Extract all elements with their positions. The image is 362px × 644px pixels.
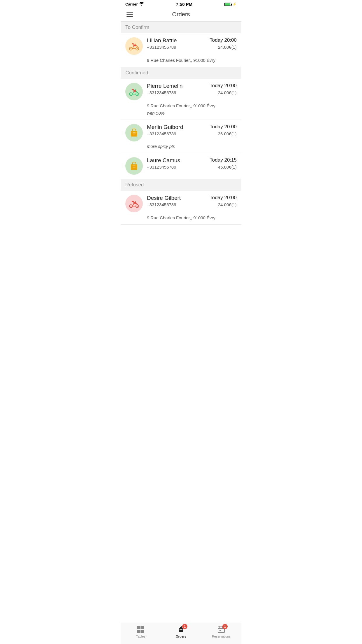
svg-point-9 <box>137 94 138 94</box>
avatar <box>125 195 143 212</box>
svg-rect-17 <box>133 167 136 167</box>
status-time: 7:50 PM <box>176 2 192 7</box>
status-right: ⚡ <box>224 2 237 6</box>
svg-point-2 <box>131 48 131 49</box>
bolt-icon: ⚡ <box>233 2 237 6</box>
order-address: 9 Rue Charles Fourier,, 91000 Évry <box>125 58 237 63</box>
carrier-text: Carrier <box>125 2 138 6</box>
order-time: Today 20:15 <box>210 157 237 163</box>
order-address: 9 Rue Charles Fourier,, 91000 Évry <box>125 103 237 108</box>
order-name: Desire Gilbert <box>147 195 181 201</box>
orders-list: To Confirm <box>121 22 241 248</box>
order-time: Today 20:00 <box>210 195 237 201</box>
order-name: Pierre Lemelin <box>147 83 183 89</box>
order-item[interactable]: Merlin Guibord Today 20:00 +33123456789 … <box>121 120 241 153</box>
svg-rect-22 <box>132 201 134 202</box>
order-note: more spicy pls <box>125 144 237 149</box>
order-phone: +33123456789 <box>147 131 176 136</box>
avatar <box>125 157 143 175</box>
order-address: 9 Rue Charles Fourier,, 91000 Évry <box>125 215 237 220</box>
section-confirmed: Confirmed <box>121 67 241 79</box>
svg-rect-23 <box>133 202 136 204</box>
order-item[interactable]: Pierre Lemelin Today 20:00 +33123456789 … <box>121 79 241 120</box>
page-title: Orders <box>125 11 237 18</box>
avatar <box>125 37 143 55</box>
section-to-confirm: To Confirm <box>121 22 241 33</box>
svg-rect-16 <box>133 166 136 166</box>
svg-point-3 <box>137 48 138 49</box>
svg-point-21 <box>137 206 138 206</box>
svg-rect-4 <box>132 43 134 44</box>
order-time: Today 20:00 <box>210 83 237 89</box>
order-name: Merlin Guibord <box>147 124 183 130</box>
header: Orders <box>121 8 241 22</box>
order-note: with 50% <box>125 111 237 116</box>
order-price: 36.00€(1) <box>218 131 237 136</box>
order-item[interactable]: Lillian Battle Today 20:00 +33123456789 … <box>121 33 241 67</box>
wifi-icon <box>139 2 144 6</box>
order-phone: +33123456789 <box>147 45 176 50</box>
order-price: 24.00€(1) <box>218 45 237 50</box>
avatar <box>125 124 143 141</box>
order-price: 45.00€(1) <box>218 164 237 169</box>
svg-rect-14 <box>133 134 136 134</box>
avatar <box>125 83 143 100</box>
battery-icon <box>224 3 231 6</box>
order-phone: +33123456789 <box>147 90 176 95</box>
svg-point-20 <box>131 206 131 206</box>
order-phone: +33123456789 <box>147 202 176 207</box>
order-name: Laure Camus <box>147 157 180 164</box>
status-left: Carrier <box>125 2 144 6</box>
svg-rect-5 <box>133 45 136 46</box>
svg-rect-10 <box>132 89 134 90</box>
svg-point-8 <box>131 94 131 94</box>
order-phone: +33123456789 <box>147 164 176 169</box>
order-time: Today 20:00 <box>210 124 237 130</box>
status-bar: Carrier 7:50 PM ⚡ <box>121 0 241 8</box>
svg-rect-11 <box>133 90 136 92</box>
order-name: Lillian Battle <box>147 37 177 44</box>
order-time: Today 20:00 <box>210 37 237 43</box>
order-price: 24.00€(1) <box>218 90 237 95</box>
order-item[interactable]: Laure Camus Today 20:15 +33123456789 45.… <box>121 153 241 179</box>
svg-rect-13 <box>133 132 136 133</box>
section-refused: Refused <box>121 179 241 191</box>
order-item[interactable]: Desire Gilbert Today 20:00 +33123456789 … <box>121 191 241 225</box>
order-price: 24.00€(1) <box>218 202 237 207</box>
